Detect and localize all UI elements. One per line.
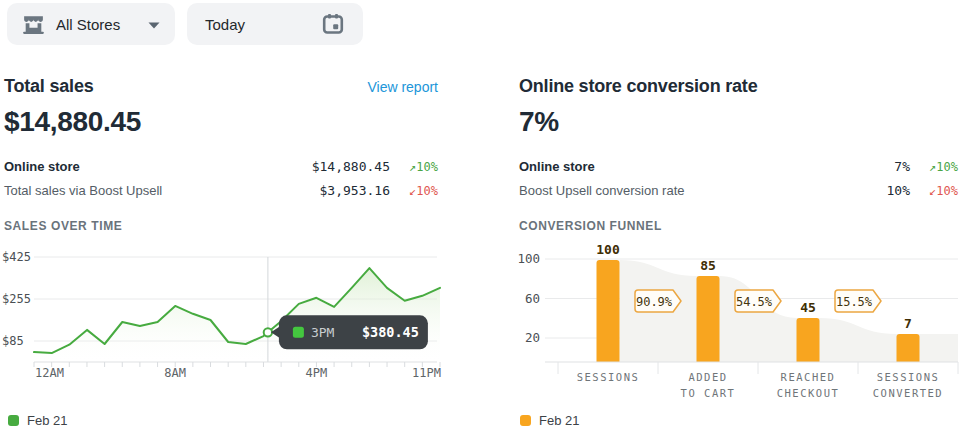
chart-tooltip: 3PM$380.45 <box>271 315 428 349</box>
metric-row-boost-upsell: Boost Upsell conversion rate 10% ↙10% <box>519 179 958 203</box>
tooltip-value: $380.45 <box>362 324 419 340</box>
metric-label: Boost Upsell conversion rate <box>519 179 887 202</box>
total-sales-card: Total sales View report $14,880.45 Onlin… <box>4 76 438 203</box>
metric-delta-up: ↗10% <box>390 156 438 179</box>
x-axis-tick-label: 11PM <box>412 366 441 380</box>
legend-swatch-orange <box>520 415 531 426</box>
sales-over-time-label: SALES OVER TIME <box>4 219 122 233</box>
store-filter-dropdown[interactable]: All Stores <box>7 3 175 45</box>
analytics-dashboard: All Stores Today Total sales View report… <box>0 0 960 431</box>
funnel-category-label: ADDED <box>688 371 727 383</box>
metric-row-online-store: Online store 7% ↗10% <box>519 155 958 179</box>
date-filter[interactable]: Today <box>187 3 363 45</box>
topbar: All Stores Today <box>7 3 363 45</box>
conversion-rate-value: 7% <box>519 106 958 138</box>
metric-value: 10% <box>887 179 910 202</box>
total-sales-value: $14,880.45 <box>4 106 438 138</box>
metric-row-online-store: Online store $14,880.45 ↗10% <box>4 155 438 179</box>
tooltip-series-swatch <box>293 327 304 338</box>
funnel-category-label: CHECKOUT <box>777 387 840 399</box>
store-icon <box>21 12 46 37</box>
delta-percent: 10% <box>416 184 438 198</box>
conversion-rate-title: Online store conversion rate <box>519 76 757 97</box>
metric-label: Online store <box>519 155 894 178</box>
metric-label: Online store <box>4 155 312 178</box>
conversion-breakdown: Online store 7% ↗10% Boost Upsell conver… <box>519 155 958 203</box>
x-axis-tick-label: 12AM <box>35 366 64 380</box>
y-axis-tick-label: $425 <box>2 250 31 264</box>
metric-delta-down: ↙10% <box>910 180 958 203</box>
total-sales-title: Total sales <box>4 76 94 97</box>
bar-value-label: 7 <box>904 316 912 331</box>
metric-row-boost-upsell: Total sales via Boost Upsell $3,953.16 ↙… <box>4 179 438 203</box>
y-axis-tick-label: 100 <box>517 251 540 266</box>
legend-label: Feb 21 <box>539 413 579 428</box>
bar-value-label: 45 <box>800 300 816 315</box>
conversion-funnel-chart[interactable]: 10060201008545790.9%54.5%15.5%SESSIONSAD… <box>500 244 960 406</box>
calendar-icon <box>321 12 345 36</box>
tooltip-time: 3PM <box>311 325 335 340</box>
funnel-bar[interactable] <box>897 334 920 362</box>
conversion-funnel-label: CONVERSION FUNNEL <box>519 219 662 233</box>
metric-value: $14,880.45 <box>312 155 390 178</box>
funnel-bar[interactable] <box>697 276 720 362</box>
conversion-rate-card: Online store conversion rate 7% Online s… <box>519 76 958 203</box>
delta-percent: 10% <box>416 160 438 174</box>
conversion-badge-label: 90.9% <box>636 295 673 309</box>
x-axis-tick-label: 8AM <box>164 366 186 380</box>
metric-delta-down: ↙10% <box>390 180 438 203</box>
delta-percent: 10% <box>936 160 958 174</box>
metric-label: Total sales via Boost Upsell <box>4 179 320 202</box>
funnel-category-label: REACHED <box>781 371 836 383</box>
sales-over-time-chart[interactable]: $425$255$8512AM8AM4PM11PM3PM$380.45 <box>0 244 460 384</box>
total-sales-breakdown: Online store $14,880.45 ↗10% Total sales… <box>4 155 438 203</box>
funnel-bar[interactable] <box>597 260 620 362</box>
funnel-category-label: TO CART <box>681 387 736 399</box>
chevron-down-icon <box>147 16 161 33</box>
funnel-category-label: SESSIONS <box>577 371 640 383</box>
store-filter-label: All Stores <box>56 16 120 33</box>
conversion-badge-label: 15.5% <box>836 295 873 309</box>
funnel-bar[interactable] <box>797 318 820 362</box>
x-axis-tick-label: 4PM <box>306 366 328 380</box>
y-axis-tick-label: $85 <box>2 334 24 348</box>
funnel-chart-legend: Feb 21 <box>520 413 579 428</box>
view-report-link[interactable]: View report <box>367 79 438 95</box>
bar-value-label: 85 <box>700 258 716 273</box>
conversion-badge-label: 54.5% <box>736 295 773 309</box>
date-filter-label: Today <box>205 16 245 33</box>
legend-label: Feb 21 <box>27 413 67 428</box>
bar-value-label: 100 <box>596 244 620 257</box>
metric-value: $3,953.16 <box>320 179 390 202</box>
funnel-category-label: SESSIONS <box>877 371 940 383</box>
sales-chart-legend: Feb 21 <box>8 413 67 428</box>
legend-swatch-green <box>8 415 19 426</box>
funnel-category-label: CONVERTED <box>873 387 943 399</box>
y-axis-tick-label: 60 <box>525 291 540 306</box>
y-axis-tick-label: 20 <box>525 330 540 345</box>
y-axis-tick-label: $255 <box>2 292 31 306</box>
metric-delta-up: ↗10% <box>910 156 958 179</box>
metric-value: 7% <box>894 155 910 178</box>
hover-point-marker <box>264 328 272 336</box>
delta-percent: 10% <box>936 184 958 198</box>
